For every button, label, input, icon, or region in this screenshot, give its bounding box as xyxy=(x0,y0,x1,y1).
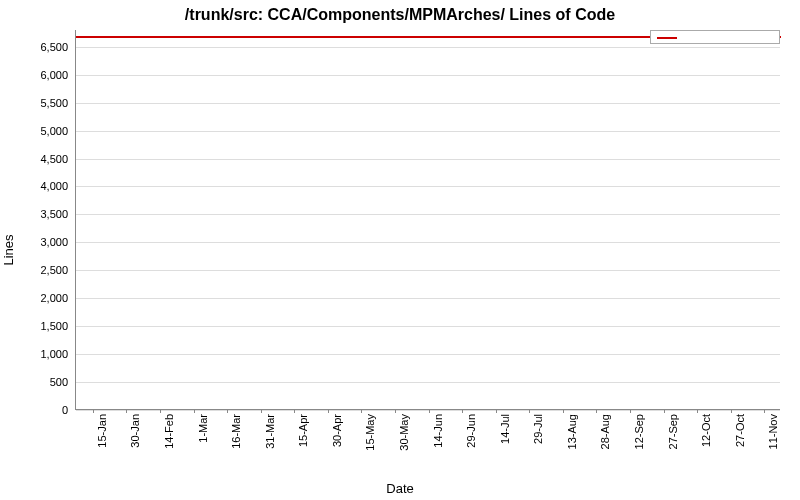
x-tick xyxy=(529,409,530,413)
x-tick-label: 13-Aug xyxy=(566,414,578,449)
x-tick-label: 14-Jun xyxy=(432,414,444,448)
x-tick-label: 28-Aug xyxy=(599,414,611,449)
y-tick-label: 4,500 xyxy=(8,153,68,165)
x-tick-label: 31-Mar xyxy=(264,414,276,449)
x-tick-label: 15-Jan xyxy=(96,414,108,448)
gridline xyxy=(76,270,780,271)
gridline xyxy=(76,298,780,299)
y-tick-label: 2,500 xyxy=(8,264,68,276)
x-tick xyxy=(563,409,564,413)
x-tick xyxy=(429,409,430,413)
x-tick xyxy=(496,409,497,413)
y-tick-label: 3,000 xyxy=(8,236,68,248)
x-tick-label: 12-Sep xyxy=(633,414,645,449)
x-tick-label: 27-Oct xyxy=(734,414,746,447)
gridline xyxy=(76,159,780,160)
x-tick-label: 15-Apr xyxy=(297,414,309,447)
gridline xyxy=(76,242,780,243)
legend-swatch xyxy=(657,37,677,39)
y-tick-label: 500 xyxy=(8,376,68,388)
gridline xyxy=(76,75,780,76)
x-tick xyxy=(731,409,732,413)
x-tick-label: 30-Jan xyxy=(129,414,141,448)
chart-container: /trunk/src: CCA/Components/MPMArches/ Li… xyxy=(0,0,800,500)
x-tick xyxy=(395,409,396,413)
x-tick-label: 11-Nov xyxy=(767,414,779,449)
x-tick xyxy=(361,409,362,413)
x-tick xyxy=(160,409,161,413)
y-tick-label: 1,000 xyxy=(8,348,68,360)
y-tick-label: 3,500 xyxy=(8,208,68,220)
gridline xyxy=(76,214,780,215)
y-tick-label: 0 xyxy=(8,404,68,416)
x-tick xyxy=(227,409,228,413)
gridline xyxy=(76,103,780,104)
x-tick-label: 29-Jun xyxy=(465,414,477,448)
legend xyxy=(650,30,780,44)
x-tick xyxy=(697,409,698,413)
x-tick-label: 12-Oct xyxy=(700,414,712,447)
x-tick xyxy=(294,409,295,413)
gridline xyxy=(76,326,780,327)
gridline xyxy=(76,354,780,355)
y-tick-label: 5,500 xyxy=(8,97,68,109)
x-tick xyxy=(664,409,665,413)
x-tick-label: 30-Apr xyxy=(331,414,343,447)
y-tick-label: 4,000 xyxy=(8,180,68,192)
gridline xyxy=(76,131,780,132)
x-tick-label: 14-Feb xyxy=(163,414,175,449)
x-tick xyxy=(596,409,597,413)
x-tick-label: 15-May xyxy=(364,414,376,451)
y-tick-label: 2,000 xyxy=(8,292,68,304)
x-tick xyxy=(462,409,463,413)
y-tick-label: 6,500 xyxy=(8,41,68,53)
x-tick-label: 16-Mar xyxy=(230,414,242,449)
chart-title: /trunk/src: CCA/Components/MPMArches/ Li… xyxy=(0,6,800,24)
y-tick-label: 5,000 xyxy=(8,125,68,137)
x-tick-label: 27-Sep xyxy=(667,414,679,449)
x-axis-label: Date xyxy=(0,481,800,496)
x-tick xyxy=(328,409,329,413)
x-tick-label: 1-Mar xyxy=(197,414,209,443)
gridline xyxy=(76,186,780,187)
x-tick-label: 30-May xyxy=(398,414,410,451)
y-tick-label: 1,500 xyxy=(8,320,68,332)
x-tick-label: 14-Jul xyxy=(499,414,511,444)
x-tick xyxy=(93,409,94,413)
x-tick xyxy=(194,409,195,413)
x-tick xyxy=(630,409,631,413)
x-tick xyxy=(126,409,127,413)
gridline xyxy=(76,47,780,48)
x-tick xyxy=(764,409,765,413)
x-tick xyxy=(261,409,262,413)
plot-area xyxy=(75,30,780,410)
y-tick-label: 6,000 xyxy=(8,69,68,81)
gridline xyxy=(76,382,780,383)
x-tick-label: 29-Jul xyxy=(532,414,544,444)
